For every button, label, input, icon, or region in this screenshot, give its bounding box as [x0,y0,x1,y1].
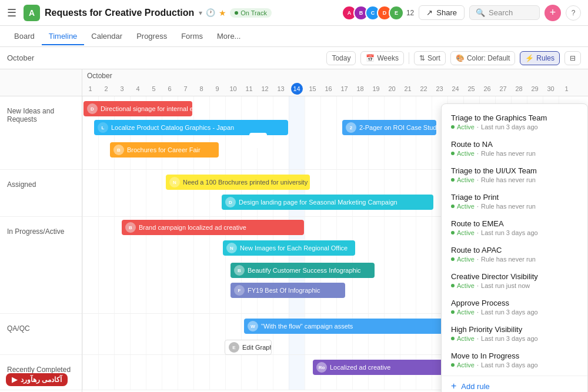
rules-dropdown: Triage to the Graphics TeamActive·Last r… [441,103,588,392]
nav-tabs: Board Timeline Calendar Progress Forms M… [0,26,588,47]
active-indicator [451,337,455,340]
rule-last-run: Last run 3 days ago [481,229,538,236]
gantt-bar[interactable]: DDirectional signage for internal events [83,101,192,116]
share-button[interactable]: ↗ Share [419,5,465,20]
row-label-qa: QA/QC [0,314,82,355]
today-button[interactable]: Today [326,51,356,65]
search-box[interactable]: 🔍 Search [469,5,540,20]
rule-status: Active [457,282,475,289]
bar-avatar: F [234,285,245,296]
weeks-label: Weeks [377,54,398,62]
add-button[interactable]: + [544,5,561,21]
dropdown-rule-item[interactable]: Route to EMEAActive·Last run 3 days ago [442,215,587,241]
rule-title: Move to In Progress [451,351,578,360]
rule-last-run: Last run just now [481,282,530,289]
dropdown-rule-item[interactable]: Route to APACActive·Rule has never run [442,241,587,267]
gantt-bar[interactable]: EEdit Graph...1↗ [225,340,272,355]
chevron-down-icon[interactable]: ▾ [199,9,202,17]
bar-avatar: D [87,103,98,114]
dropdown-rule-item[interactable]: Triage to PrintActive·Rule has never run [442,188,587,215]
tab-forms[interactable]: Forms [174,27,210,45]
dropdown-rule-item[interactable]: Triage to the UI/UX TeamActive·Rule has … [442,162,587,188]
bar-label: Need a 100 Brochures printed for univers… [183,179,310,186]
active-indicator [451,231,455,234]
color-icon: 🎨 [456,54,465,62]
history-icon[interactable]: 🕐 [206,8,215,17]
filter-icon: ⊟ [570,54,576,62]
help-button[interactable]: ? [566,5,581,21]
add-rule-label: Add rule [461,382,489,391]
tab-progress[interactable]: Progress [129,27,174,45]
sort-icon: ⇅ [419,54,425,62]
active-indicator [451,152,455,155]
row-label-text-new: New Ideas and Requests [7,101,75,123]
row-label-inprogress: In Progress/Active [0,217,82,314]
filter-button[interactable]: ⊟ [564,51,581,65]
bar-label: Beautify Customer Success Infographic [248,267,361,274]
gantt-bar[interactable] [249,133,267,148]
bar-avatar: E [229,342,239,353]
avatars-group: A B C D E 12 [345,5,414,21]
rule-sub: Active·Last run 3 days ago [451,229,578,236]
on-track-badge: On Track [230,8,272,18]
rules-label: Rules [536,54,554,62]
bar-avatar: L [98,122,108,133]
gantt-bar[interactable]: BBrochures for Career Fair [110,142,219,158]
bar-label: Localized ad creative [330,364,390,371]
gantt-bar[interactable]: NNeed a 100 Brochures printed for univer… [166,175,310,190]
row-label-text-assigned: Assigned [7,175,36,189]
share-icon: ↗ [426,8,433,17]
active-indicator [451,178,455,182]
avatar-count: 12 [406,9,414,17]
gantt-bar[interactable]: FFY19 Best Of Infographic [230,283,345,298]
dropdown-rule-item[interactable]: Approve ProcessActive·Last run 3 days ag… [442,294,587,320]
rules-button[interactable]: ⚡ Rules [520,51,560,65]
timeline-container: New Ideas and Requests Assigned In Progr… [0,69,588,392]
bar-avatar: Ro [316,362,327,373]
share-label: Share [436,8,457,17]
rule-status: Active [457,150,475,157]
sort-label: Sort [427,54,440,62]
rule-last-run: Rule has never run [481,150,536,157]
rule-title: Route to APAC [451,246,578,254]
dropdown-rule-item[interactable]: High Priority VisibilityActive·Last run … [442,320,587,347]
weeks-button[interactable]: 📅 Weeks [360,51,403,65]
gantt-bar[interactable]: 22-Pager on ROI Case Study [342,120,436,135]
dropdown-rule-item[interactable]: Creative Director VisibilityActive·Last … [442,267,587,294]
color-button[interactable]: 🎨 Color: Default [450,51,515,65]
menu-icon[interactable]: ☰ [7,6,16,19]
header: ☰ A Requests for Creative Production ▾ 🕐… [0,0,588,26]
tab-more[interactable]: More... [210,27,248,45]
bar-label: "With the flow" campaign assets [261,323,353,330]
status-dot [235,11,238,15]
gantt-bar[interactable]: DDesign landing page for Seasonal Market… [222,195,433,210]
on-track-label: On Track [240,9,267,16]
rule-status: Active [457,176,475,183]
rule-last-run: Rule has never run [481,256,536,263]
active-indicator [451,125,455,129]
bar-avatar: 2 [346,122,356,133]
bar-avatar: B [113,145,124,155]
dropdown-rule-item[interactable]: Triage to the Graphics TeamActive·Last r… [442,109,587,135]
sort-button[interactable]: ⇅ Sort [414,51,446,65]
rule-last-run: Last run 3 days ago [481,361,538,368]
app-icon: A [24,5,40,21]
dropdown-rule-item[interactable]: Move to In ProgressActive·Last run 3 day… [442,347,587,373]
gantt-bar[interactable]: BBeautify Customer Success Infographic [230,263,375,278]
star-icon[interactable]: ★ [219,8,226,18]
bar-label: Localize Product Catalog Graphics - Japa… [111,124,234,131]
bar-label: Brochures for Career Fair [127,146,201,153]
tab-timeline[interactable]: Timeline [42,27,85,45]
rule-last-run: Last run 3 days ago [481,309,538,316]
header-right: A B C D E 12 ↗ Share 🔍 Search + ? [345,5,581,21]
tab-board[interactable]: Board [7,27,42,45]
rule-sub: Active·Last run 3 days ago [451,123,578,130]
dropdown-rule-item[interactable]: Route to NAActive·Rule has never run [442,135,587,162]
search-icon: 🔍 [476,8,485,17]
title-icons: ▾ 🕐 ★ On Track [199,8,272,18]
tab-calendar[interactable]: Calendar [84,27,129,45]
gantt-bar[interactable]: NNew Images for Each Regional Office [223,240,355,256]
add-rule-button[interactable]: +Add rule [442,376,587,392]
gantt-bar[interactable]: BBrand campaign localized ad creative [122,220,304,235]
active-indicator [451,363,455,367]
